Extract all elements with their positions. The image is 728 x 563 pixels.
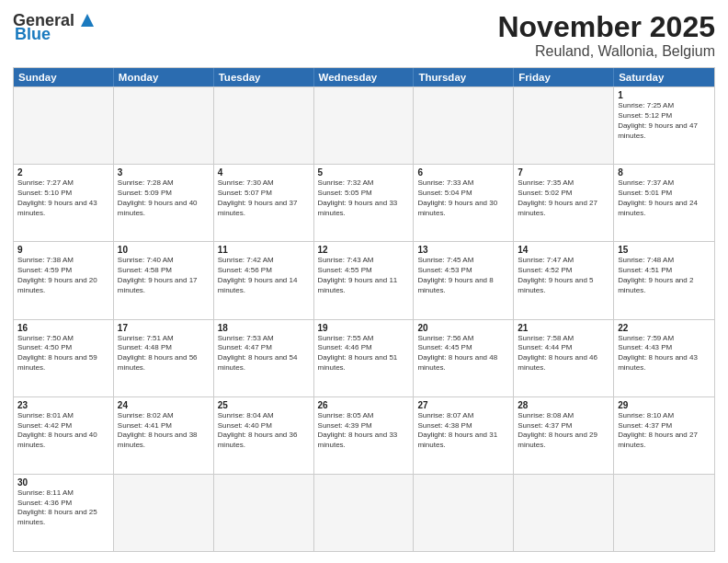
day-info: Sunrise: 8:04 AMSunset: 4:40 PMDaylight:…	[218, 411, 310, 451]
day-info: Sunrise: 7:43 AMSunset: 4:55 PMDaylight:…	[318, 256, 410, 295]
calendar-cell-4-5: 20Sunrise: 7:56 AMSunset: 4:45 PMDayligh…	[414, 320, 514, 396]
day-info: Sunrise: 7:33 AMSunset: 5:04 PMDaylight:…	[417, 178, 509, 218]
calendar-body: 1Sunrise: 7:25 AMSunset: 5:12 PMDaylight…	[14, 86, 714, 551]
calendar-cell-2-3: 4Sunrise: 7:30 AMSunset: 5:07 PMDaylight…	[214, 165, 314, 241]
weekday-header-wednesday: Wednesday	[314, 68, 415, 86]
calendar-cell-4-4: 19Sunrise: 7:55 AMSunset: 4:46 PMDayligh…	[314, 320, 415, 396]
calendar-cell-1-2	[114, 87, 214, 164]
day-info: Sunrise: 7:55 AMSunset: 4:46 PMDaylight:…	[318, 334, 410, 373]
calendar-cell-2-4: 5Sunrise: 7:32 AMSunset: 5:05 PMDaylight…	[314, 165, 415, 241]
day-number: 2	[17, 167, 109, 178]
weekday-header-sunday: Sunday	[14, 68, 114, 86]
day-number: 30	[17, 477, 109, 488]
calendar-cell-6-5	[414, 475, 514, 551]
calendar-cell-3-5: 13Sunrise: 7:45 AMSunset: 4:53 PMDayligh…	[414, 242, 514, 318]
day-info: Sunrise: 7:59 AMSunset: 4:43 PMDaylight:…	[618, 334, 711, 373]
day-info: Sunrise: 7:45 AMSunset: 4:53 PMDaylight:…	[417, 256, 509, 295]
calendar-cell-4-6: 21Sunrise: 7:58 AMSunset: 4:44 PMDayligh…	[514, 320, 614, 396]
day-info: Sunrise: 7:42 AMSunset: 4:56 PMDaylight:…	[218, 256, 310, 295]
day-number: 8	[618, 167, 711, 178]
title-block: November 2025 Reuland, Wallonia, Belgium	[497, 11, 715, 60]
day-number: 5	[318, 167, 410, 178]
day-number: 27	[417, 400, 509, 410]
day-info: Sunrise: 7:32 AMSunset: 5:05 PMDaylight:…	[318, 178, 410, 218]
day-info: Sunrise: 8:08 AMSunset: 4:37 PMDaylight:…	[518, 411, 609, 451]
month-title: November 2025	[497, 11, 715, 43]
day-number: 25	[218, 400, 310, 410]
day-info: Sunrise: 7:48 AMSunset: 4:51 PMDaylight:…	[618, 256, 711, 295]
day-info: Sunrise: 7:58 AMSunset: 4:44 PMDaylight:…	[518, 334, 609, 373]
day-info: Sunrise: 7:50 AMSunset: 4:50 PMDaylight:…	[17, 334, 109, 373]
calendar-cell-1-6	[514, 87, 614, 164]
logo-blue-text: Blue	[15, 25, 51, 44]
calendar-cell-6-1: 30Sunrise: 8:11 AMSunset: 4:36 PMDayligh…	[14, 475, 114, 551]
logo-triangle-icon	[77, 10, 97, 30]
day-info: Sunrise: 7:47 AMSunset: 4:52 PMDaylight:…	[518, 256, 609, 295]
weekday-header-thursday: Thursday	[414, 68, 514, 86]
day-number: 16	[17, 323, 109, 333]
day-info: Sunrise: 7:40 AMSunset: 4:58 PMDaylight:…	[118, 256, 210, 295]
day-number: 7	[518, 167, 609, 178]
day-number: 22	[618, 323, 711, 333]
day-number: 18	[218, 323, 310, 333]
day-number: 11	[218, 245, 310, 255]
calendar-cell-3-4: 12Sunrise: 7:43 AMSunset: 4:55 PMDayligh…	[314, 242, 415, 318]
calendar-cell-2-7: 8Sunrise: 7:37 AMSunset: 5:01 PMDaylight…	[614, 165, 714, 241]
day-info: Sunrise: 7:38 AMSunset: 4:59 PMDaylight:…	[17, 256, 109, 295]
day-number: 28	[518, 400, 609, 410]
day-number: 14	[518, 245, 609, 255]
calendar-cell-5-2: 24Sunrise: 8:02 AMSunset: 4:41 PMDayligh…	[114, 397, 214, 474]
day-info: Sunrise: 7:25 AMSunset: 5:12 PMDaylight:…	[618, 101, 711, 141]
calendar-week-3: 9Sunrise: 7:38 AMSunset: 4:59 PMDaylight…	[14, 241, 714, 318]
weekday-header-saturday: Saturday	[614, 68, 714, 86]
day-info: Sunrise: 7:37 AMSunset: 5:01 PMDaylight:…	[618, 178, 711, 218]
day-info: Sunrise: 8:11 AMSunset: 4:36 PMDaylight:…	[17, 488, 109, 528]
calendar-cell-1-1	[14, 87, 114, 164]
day-number: 9	[17, 245, 109, 255]
calendar-week-6: 30Sunrise: 8:11 AMSunset: 4:36 PMDayligh…	[14, 474, 714, 551]
weekday-header-monday: Monday	[114, 68, 214, 86]
day-number: 24	[118, 400, 210, 410]
calendar-cell-3-2: 10Sunrise: 7:40 AMSunset: 4:58 PMDayligh…	[114, 242, 214, 318]
day-number: 4	[218, 167, 310, 178]
calendar-cell-1-4	[314, 87, 415, 164]
calendar-cell-4-1: 16Sunrise: 7:50 AMSunset: 4:50 PMDayligh…	[14, 320, 114, 396]
calendar-week-2: 2Sunrise: 7:27 AMSunset: 5:10 PMDaylight…	[14, 164, 714, 241]
day-info: Sunrise: 7:35 AMSunset: 5:02 PMDaylight:…	[518, 178, 609, 218]
calendar-cell-3-1: 9Sunrise: 7:38 AMSunset: 4:59 PMDaylight…	[14, 242, 114, 318]
calendar-cell-6-3	[214, 475, 314, 551]
day-number: 13	[417, 245, 509, 255]
calendar-cell-1-7: 1Sunrise: 7:25 AMSunset: 5:12 PMDaylight…	[614, 87, 714, 164]
calendar-cell-5-3: 25Sunrise: 8:04 AMSunset: 4:40 PMDayligh…	[214, 397, 314, 474]
day-info: Sunrise: 7:56 AMSunset: 4:45 PMDaylight:…	[417, 334, 509, 373]
calendar-cell-5-7: 29Sunrise: 8:10 AMSunset: 4:37 PMDayligh…	[614, 397, 714, 474]
calendar-cell-2-1: 2Sunrise: 7:27 AMSunset: 5:10 PMDaylight…	[14, 165, 114, 241]
calendar-cell-3-6: 14Sunrise: 7:47 AMSunset: 4:52 PMDayligh…	[514, 242, 614, 318]
calendar-week-4: 16Sunrise: 7:50 AMSunset: 4:50 PMDayligh…	[14, 319, 714, 396]
calendar-week-1: 1Sunrise: 7:25 AMSunset: 5:12 PMDaylight…	[14, 86, 714, 164]
day-info: Sunrise: 7:28 AMSunset: 5:09 PMDaylight:…	[118, 178, 210, 218]
day-number: 1	[618, 90, 711, 100]
calendar-cell-1-3	[214, 87, 314, 164]
calendar-cell-2-6: 7Sunrise: 7:35 AMSunset: 5:02 PMDaylight…	[514, 165, 614, 241]
day-number: 20	[417, 323, 509, 333]
header: General Blue November 2025 Reuland, Wall…	[13, 11, 715, 60]
calendar-cell-4-7: 22Sunrise: 7:59 AMSunset: 4:43 PMDayligh…	[614, 320, 714, 396]
location-title: Reuland, Wallonia, Belgium	[497, 43, 715, 60]
calendar-cell-1-5	[414, 87, 514, 164]
calendar-cell-2-5: 6Sunrise: 7:33 AMSunset: 5:04 PMDaylight…	[414, 165, 514, 241]
day-number: 23	[17, 400, 109, 410]
day-info: Sunrise: 8:07 AMSunset: 4:38 PMDaylight:…	[417, 411, 509, 451]
day-number: 21	[518, 323, 609, 333]
weekday-header-friday: Friday	[514, 68, 614, 86]
calendar: SundayMondayTuesdayWednesdayThursdayFrid…	[13, 67, 715, 552]
calendar-cell-4-3: 18Sunrise: 7:53 AMSunset: 4:47 PMDayligh…	[214, 320, 314, 396]
day-number: 29	[618, 400, 711, 410]
calendar-cell-3-7: 15Sunrise: 7:48 AMSunset: 4:51 PMDayligh…	[614, 242, 714, 318]
weekday-header-tuesday: Tuesday	[214, 68, 314, 86]
day-number: 6	[417, 167, 509, 178]
calendar-week-5: 23Sunrise: 8:01 AMSunset: 4:42 PMDayligh…	[14, 396, 714, 474]
day-info: Sunrise: 7:53 AMSunset: 4:47 PMDaylight:…	[218, 334, 310, 373]
calendar-cell-6-6	[514, 475, 614, 551]
page: General Blue November 2025 Reuland, Wall…	[0, 0, 728, 563]
